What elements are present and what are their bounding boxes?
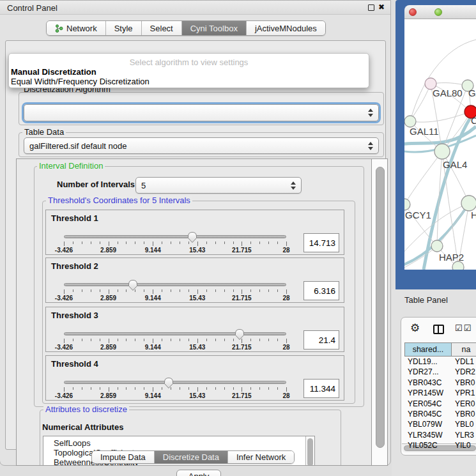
apply-button[interactable]: Apply <box>176 470 221 476</box>
slider-tick <box>277 387 278 390</box>
table-row[interactable]: YDR27...YDR2 <box>404 367 476 378</box>
tick-label: 15.43 <box>178 295 217 302</box>
slider-thumb[interactable] <box>164 377 174 389</box>
stepper-arrows-icon <box>368 109 373 117</box>
attributes-scrollbar[interactable] <box>305 436 314 466</box>
close-panel-icon[interactable]: ✖ <box>378 3 385 12</box>
slider-tick <box>259 387 260 390</box>
tab-network[interactable]: Network <box>47 21 106 35</box>
tick-label: -3.426 <box>45 247 83 254</box>
threshold-value-field[interactable] <box>303 233 339 252</box>
algorithm-combobox[interactable] <box>24 104 379 121</box>
network-window-titlebar[interactable] <box>404 5 476 19</box>
threshold-value-field[interactable] <box>303 330 339 349</box>
attributes-scrollbar-thumb[interactable] <box>307 438 313 466</box>
slider-tick <box>188 339 189 341</box>
tab-discretize-data[interactable]: Discretize Data <box>155 451 228 463</box>
network-edge[interactable] <box>410 112 471 122</box>
tick-label: 15.43 <box>178 344 217 351</box>
settings-scroll-area: Interval Definition Number of Intervals … <box>16 158 388 466</box>
network-node[interactable] <box>404 199 410 210</box>
slider-tick <box>73 339 73 341</box>
slider-tick <box>73 242 73 244</box>
tick-label: 21.715 <box>222 344 261 351</box>
tab-label: Style <box>114 24 133 33</box>
algorithm-option[interactable]: Equal Width/Frequency Discretization <box>11 77 150 86</box>
table-row[interactable]: YLR345WYLR3 <box>404 431 476 441</box>
slider-track[interactable] <box>64 283 286 286</box>
control-panel-tabs: NetworkStyleSelectCyni ToolboxjActiveMNo… <box>46 20 326 36</box>
cell-name: YBL0 <box>455 420 473 429</box>
threshold-label: Threshold 1 <box>51 213 98 223</box>
slider-tick <box>64 242 65 246</box>
tick-label: 2.859 <box>89 344 128 351</box>
table-row[interactable]: YBR043CYBR0 <box>404 378 476 388</box>
table-row[interactable]: YBL079WYBL0 <box>404 420 476 430</box>
slider-track[interactable] <box>64 381 286 384</box>
slider-tick <box>224 289 225 292</box>
cell-shared-name: YLR345W <box>408 431 443 440</box>
settings-scrollbar[interactable] <box>371 159 388 466</box>
number-of-intervals-combobox[interactable]: 5 <box>135 177 302 194</box>
threshold-label: Threshold 4 <box>51 359 98 369</box>
slider-thumb[interactable] <box>187 231 197 243</box>
slider-track[interactable] <box>64 235 286 238</box>
float-window-icon[interactable] <box>368 4 374 11</box>
close-window-icon[interactable] <box>409 8 417 16</box>
slider-tick <box>215 339 216 341</box>
gear-icon[interactable]: ⚙ <box>410 323 420 334</box>
table-row[interactable]: YIL052CYIL0 <box>404 441 476 451</box>
threshold-value-field[interactable] <box>303 281 339 300</box>
tick-label: 21.715 <box>222 247 261 254</box>
tick-label: 2.859 <box>89 295 128 302</box>
maximize-window-icon[interactable] <box>434 8 442 16</box>
table-row[interactable]: YBR045CYBR0 <box>404 410 476 420</box>
column-header-name[interactable]: na <box>452 342 476 357</box>
tab-style[interactable]: Style <box>106 21 142 35</box>
slider-track[interactable] <box>64 332 286 335</box>
network-node[interactable] <box>461 196 476 211</box>
network-view-canvas[interactable]: GAL80GAGAL11CGAL4GCY1HHAP2 <box>404 19 476 270</box>
slider-tick <box>242 242 242 246</box>
network-edge[interactable] <box>404 151 442 204</box>
slider-tick <box>144 339 144 341</box>
cell-shared-name: YDR27... <box>408 367 439 376</box>
tab-infer-network[interactable]: Infer Network <box>228 451 294 463</box>
settings-scrollbar-thumb[interactable] <box>376 167 385 448</box>
slider-tick <box>188 387 189 390</box>
slider-tick <box>64 339 65 343</box>
table-row[interactable]: YDL19...YDL1 <box>404 357 476 367</box>
column-header-shared-name[interactable]: shared... <box>404 342 452 357</box>
network-graph[interactable]: GAL80GAGAL11CGAL4GCY1HHAP2 <box>404 19 476 270</box>
slider-thumb[interactable] <box>128 279 138 291</box>
tick-label: -3.426 <box>45 295 83 302</box>
select-columns-icon[interactable]: ☑☑ <box>455 323 472 333</box>
split-columns-icon[interactable] <box>433 325 444 334</box>
slider-tick <box>91 339 91 341</box>
network-node[interactable] <box>434 144 450 159</box>
slider-tick <box>233 387 234 390</box>
tab-select[interactable]: Select <box>142 21 182 35</box>
tab-cyni-toolbox[interactable]: Cyni Toolbox <box>182 21 247 35</box>
network-edge[interactable] <box>410 84 431 121</box>
tick-label: 9.144 <box>134 392 172 399</box>
table-row[interactable]: YPR145WYPR1 <box>404 388 476 399</box>
tab-jactivemnodules[interactable]: jActiveMNodules <box>247 21 325 35</box>
slider-tick <box>153 387 153 392</box>
slider-tick <box>277 289 278 292</box>
slider-tick <box>64 387 65 392</box>
tab-impute-data[interactable]: Impute Data <box>92 451 155 463</box>
slider-thumb[interactable] <box>234 328 245 341</box>
table-data-combobox[interactable]: galFiltered.sif default node <box>24 137 379 154</box>
slider-tick <box>259 339 260 341</box>
threshold-panel: Threshold 1-3.4262.8599.14415.4321.71528 <box>45 210 344 255</box>
algorithm-option[interactable]: Manual Discretization <box>11 67 96 77</box>
slider-tick <box>268 242 269 244</box>
minimize-window-icon[interactable] <box>422 8 429 16</box>
attribute-list-item[interactable]: SelfLoops <box>54 438 91 448</box>
table-row[interactable]: YER054CYER0 <box>404 399 476 410</box>
table-data-combobox-value: galFiltered.sif default node <box>29 141 365 151</box>
threshold-value-field[interactable] <box>303 379 339 398</box>
threshold-panel: Threshold 2-3.4262.8599.14415.4321.71528 <box>45 257 344 303</box>
network-node[interactable] <box>431 240 443 252</box>
